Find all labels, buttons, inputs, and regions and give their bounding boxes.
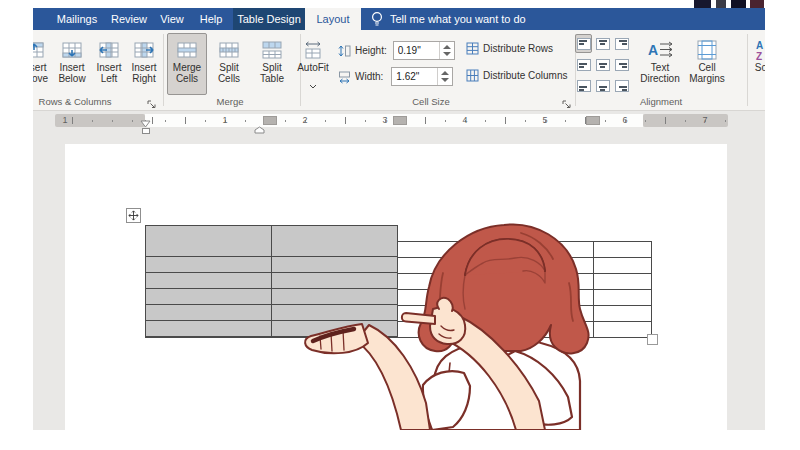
cell-margins-label: Cell xyxy=(698,62,715,73)
distribute-columns-button[interactable]: Distribute Columns xyxy=(466,69,567,82)
tab-layout[interactable]: Layout xyxy=(305,8,361,30)
autofit-button[interactable]: AutoFit xyxy=(291,33,335,95)
align-center-right-icon xyxy=(615,59,629,71)
tab-table-design[interactable]: Table Design xyxy=(233,8,305,30)
hanging-indent-marker[interactable] xyxy=(254,120,265,138)
align-bottom-right-icon xyxy=(615,80,629,92)
align-bottom-center-icon xyxy=(596,80,610,92)
window-artifact xyxy=(731,0,746,8)
text-direction-button[interactable]: A Text Direction xyxy=(634,33,686,95)
insert-left-icon xyxy=(97,38,121,62)
distribute-columns-label: Distribute Columns xyxy=(483,70,567,81)
table-resize-handle[interactable] xyxy=(647,334,658,345)
svg-text:A: A xyxy=(648,42,658,58)
clipart-woman-pointing[interactable] xyxy=(283,213,653,430)
insert-right-label: Insert xyxy=(131,62,156,73)
ruler-inch-2: 2 xyxy=(300,114,310,127)
insert-below-button[interactable]: Insert Below xyxy=(54,33,90,95)
insert-below-icon xyxy=(60,38,84,62)
insert-right-button[interactable]: Insert Right xyxy=(127,33,161,95)
autofit-label: AutoFit xyxy=(297,62,329,73)
insert-right-icon xyxy=(132,38,156,62)
tab-view[interactable]: View xyxy=(155,8,189,30)
row-height-field xyxy=(393,41,455,60)
ruler-inch-4: 4 xyxy=(460,114,470,127)
ruler-inch-5: 5 xyxy=(540,114,550,127)
word-window: Mailings Review View Help Table Design L… xyxy=(33,8,765,430)
column-width-icon xyxy=(338,70,351,84)
left-indent-marker[interactable] xyxy=(142,128,150,134)
split-table-label: Split xyxy=(262,62,281,73)
screenshot-canvas: Mailings Review View Help Table Design L… xyxy=(0,0,800,450)
sort-label: Sort xyxy=(755,62,765,73)
autofit-icon xyxy=(301,38,325,62)
row-height-icon xyxy=(338,44,351,58)
align-center-icon xyxy=(596,59,610,71)
ruler-column-marker[interactable] xyxy=(586,116,600,125)
align-center-button[interactable] xyxy=(594,55,611,74)
tell-me-box[interactable]: Tell me what you want to do xyxy=(371,8,551,30)
cell-margins-icon xyxy=(695,38,719,62)
distribute-rows-button[interactable]: Distribute Rows xyxy=(466,42,553,55)
align-center-left-icon xyxy=(577,59,591,71)
group-separator xyxy=(163,34,164,106)
merge-cells-icon xyxy=(175,38,199,62)
insert-above-icon xyxy=(33,38,46,62)
column-width-input[interactable] xyxy=(392,68,438,85)
align-center-left-button[interactable] xyxy=(575,55,592,74)
align-bottom-left-icon xyxy=(577,80,591,92)
ruler-margin-number: 1 xyxy=(60,114,70,127)
insert-left-button[interactable]: Insert Left xyxy=(92,33,126,95)
merge-cells-button[interactable]: Merge Cells xyxy=(167,33,207,95)
insert-above-label: Insert xyxy=(33,62,47,73)
align-top-center-icon xyxy=(596,38,610,50)
align-top-center-button[interactable] xyxy=(594,34,611,53)
insert-below-label: Insert xyxy=(59,62,84,73)
split-table-button[interactable]: Split Table xyxy=(251,33,293,95)
ruler-inch-6: 6 xyxy=(620,114,630,127)
ribbon-tab-bar: Mailings Review View Help Table Design L… xyxy=(33,8,765,30)
align-top-left-button[interactable] xyxy=(575,34,592,53)
insert-above-button[interactable]: Insert Above xyxy=(33,33,51,95)
window-artifact xyxy=(750,0,764,8)
merge-cells-label: Merge xyxy=(173,62,201,73)
column-width-field xyxy=(391,67,453,86)
row-height-spinner[interactable] xyxy=(439,42,454,59)
ruler-inch-3: 3 xyxy=(380,114,390,127)
align-top-right-button[interactable] xyxy=(613,34,630,53)
align-top-left-icon xyxy=(577,38,591,50)
split-table-icon xyxy=(260,38,284,62)
split-cells-button[interactable]: Split Cells xyxy=(209,33,249,95)
align-bottom-right-button[interactable] xyxy=(613,76,630,95)
window-artifact xyxy=(694,0,711,8)
ruler-inch-1: 1 xyxy=(220,114,230,127)
sort-icon: AZ xyxy=(755,38,766,62)
alignment-button-grid xyxy=(575,34,630,95)
align-center-right-button[interactable] xyxy=(613,55,630,74)
rows-columns-dialog-launcher-icon[interactable] xyxy=(147,96,159,108)
column-width-label: Width: xyxy=(355,71,383,82)
align-top-right-icon xyxy=(615,38,629,50)
distribute-columns-icon xyxy=(466,69,479,82)
cell-margins-button[interactable]: Cell Margins xyxy=(681,33,733,95)
cell-size-group-label: Cell Size xyxy=(300,96,562,108)
column-width-spinner[interactable] xyxy=(437,68,452,85)
row-height-input[interactable] xyxy=(394,42,440,59)
insert-left-label: Insert xyxy=(96,62,121,73)
ruler-column-marker[interactable] xyxy=(393,116,407,125)
rows-columns-group-label: Rows & Columns xyxy=(33,96,137,108)
sort-button[interactable]: AZ Sort xyxy=(745,33,765,95)
align-bottom-left-button[interactable] xyxy=(575,76,592,95)
move-icon xyxy=(128,210,139,221)
tab-mailings[interactable]: Mailings xyxy=(53,8,101,30)
tab-help[interactable]: Help xyxy=(193,8,229,30)
svg-text:A: A xyxy=(756,40,763,51)
row-height-label: Height: xyxy=(355,45,387,56)
tab-review[interactable]: Review xyxy=(107,8,151,30)
align-bottom-center-button[interactable] xyxy=(594,76,611,95)
svg-text:Z: Z xyxy=(756,51,762,61)
table-move-handle[interactable] xyxy=(126,208,141,223)
cell-size-dialog-launcher-icon[interactable] xyxy=(562,96,574,108)
chevron-down-icon xyxy=(309,75,317,93)
ruler-column-marker[interactable] xyxy=(263,116,277,125)
